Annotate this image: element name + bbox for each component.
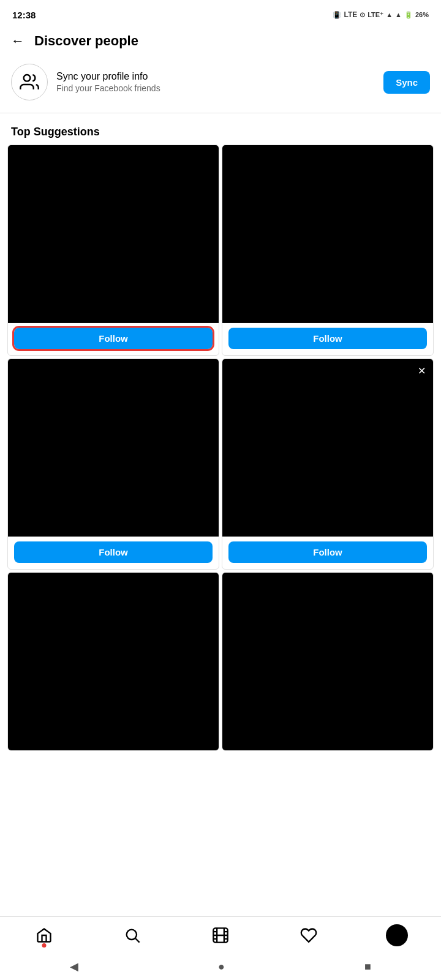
sync-text: Sync your profile info Find your Faceboo… xyxy=(56,71,375,93)
page-header: ← Discover people xyxy=(0,27,441,55)
android-home-button[interactable]: ● xyxy=(218,960,225,973)
card-image-1 xyxy=(8,145,219,323)
sync-section: Sync your profile info Find your Faceboo… xyxy=(0,55,441,109)
card-footer-1: Follow xyxy=(8,323,219,355)
card-footer-4: Follow xyxy=(222,537,433,569)
card-image-6 xyxy=(222,573,433,750)
card-image-3 xyxy=(8,359,219,537)
bottom-nav xyxy=(0,916,441,953)
suggestion-card-1: Follow xyxy=(7,145,219,356)
status-time: 12:38 xyxy=(12,10,36,20)
back-button[interactable]: ← xyxy=(11,33,24,49)
suggestion-card-6 xyxy=(222,572,434,751)
nav-search[interactable] xyxy=(114,917,151,954)
card-footer-2: Follow xyxy=(222,323,433,355)
svg-point-1 xyxy=(127,929,137,939)
suggestion-card-2: Follow xyxy=(222,145,434,356)
sync-icon-wrap xyxy=(11,64,48,100)
card-image-4 xyxy=(222,359,433,537)
reels-icon xyxy=(212,927,229,944)
svg-point-0 xyxy=(24,75,31,81)
lte-data-icon: LTE⁺ xyxy=(368,11,383,19)
section-title: Top Suggestions xyxy=(0,117,441,145)
lte-call-icon: LTE xyxy=(344,10,357,19)
sync-title: Sync your profile info xyxy=(56,71,375,82)
sync-button[interactable]: Sync xyxy=(383,71,430,94)
nav-profile[interactable] xyxy=(379,917,415,954)
heart-icon xyxy=(300,927,317,944)
signal2-icon: ▲ xyxy=(395,11,402,18)
profile-avatar xyxy=(386,924,408,946)
nav-activity[interactable] xyxy=(290,917,327,954)
status-icons: 📳 LTE ⊙ LTE⁺ ▲ ▲ 🔋 26% xyxy=(333,10,429,19)
follow-button-4[interactable]: Follow xyxy=(228,541,427,563)
battery-icon: 🔋 xyxy=(404,11,413,19)
home-dot xyxy=(42,943,47,948)
search-icon xyxy=(124,927,141,944)
sync-subtitle: Find your Facebook friends xyxy=(56,83,375,93)
card-footer-3: Follow xyxy=(8,537,219,569)
status-bar: 12:38 📳 LTE ⊙ LTE⁺ ▲ ▲ 🔋 26% xyxy=(0,0,441,27)
android-back-button[interactable]: ◀ xyxy=(70,960,78,973)
android-recents-button[interactable]: ■ xyxy=(364,960,371,973)
follow-button-3[interactable]: Follow xyxy=(14,541,213,563)
home-icon xyxy=(36,927,53,944)
follow-button-2[interactable]: Follow xyxy=(228,328,427,349)
wifi-icon: ⊙ xyxy=(360,11,365,19)
card-image-2 xyxy=(222,145,433,323)
follow-button-1[interactable]: Follow xyxy=(14,328,213,349)
nav-reels[interactable] xyxy=(202,917,239,954)
card-image-5 xyxy=(8,573,219,750)
close-icon[interactable]: ✕ xyxy=(415,364,428,377)
android-nav: ◀ ● ■ xyxy=(0,953,441,980)
signal-icon: ▲ xyxy=(386,11,393,18)
svg-line-2 xyxy=(135,938,139,942)
suggestion-card-5 xyxy=(7,572,219,751)
nav-home[interactable] xyxy=(26,917,62,954)
vibrate-icon: 📳 xyxy=(333,11,341,19)
suggestion-card-3: Follow xyxy=(7,358,219,570)
battery-percent: 26% xyxy=(415,11,429,18)
people-icon xyxy=(20,72,39,92)
page-title: Discover people xyxy=(34,33,138,49)
suggestion-card-4: ✕ Follow xyxy=(222,358,434,570)
suggestions-grid: Follow Follow Follow ✕ Follow xyxy=(0,145,441,751)
divider xyxy=(0,113,441,113)
